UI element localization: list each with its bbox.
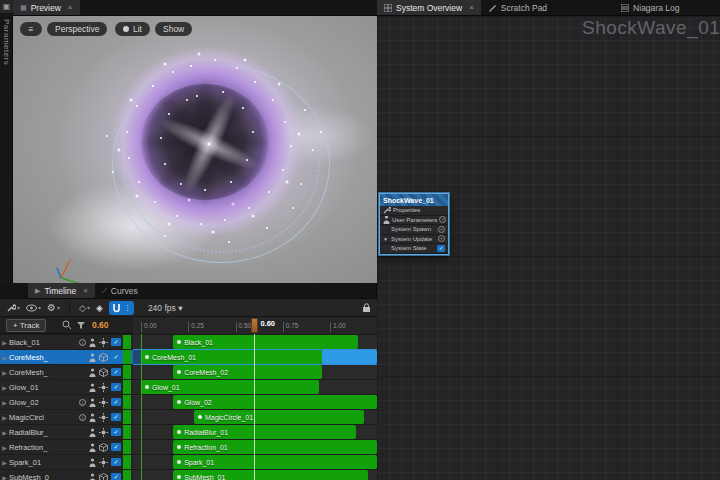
- track-enabled-checkbox[interactable]: ✓: [111, 353, 121, 361]
- search-icon[interactable]: [62, 320, 72, 330]
- timeline-bar-coremesh_01[interactable]: CoreMesh_01: [141, 350, 322, 364]
- add-track-button[interactable]: + Track: [6, 319, 46, 332]
- lit-button[interactable]: Lit: [115, 22, 150, 36]
- keyframe-options-button[interactable]: ◇▾: [79, 303, 90, 313]
- keyframe-dot-icon[interactable]: [177, 340, 181, 344]
- show-button[interactable]: Show: [155, 22, 192, 36]
- track-enabled-checkbox[interactable]: ✓: [111, 368, 121, 376]
- node-row-system-state[interactable]: System State✓: [380, 244, 448, 254]
- sun-icon[interactable]: [99, 413, 108, 422]
- info-icon[interactable]: i: [79, 399, 86, 406]
- track-enabled-checkbox[interactable]: ✓: [111, 413, 121, 421]
- timeline-bar-selected-extension[interactable]: [322, 350, 377, 364]
- node-row-system-update[interactable]: ▼System Update+: [380, 235, 448, 245]
- sun-icon[interactable]: [99, 428, 108, 437]
- expander-icon[interactable]: ▶: [0, 429, 9, 436]
- fps-dropdown[interactable]: 240 fps ▾: [148, 303, 183, 313]
- playhead-handle[interactable]: [251, 318, 258, 333]
- expander-icon[interactable]: ▶: [0, 354, 9, 361]
- auto-key-button[interactable]: ◈: [96, 303, 103, 313]
- node-row-properties[interactable]: Properties: [380, 206, 448, 216]
- keyframe-dot-icon[interactable]: [177, 475, 181, 479]
- track-enabled-checkbox[interactable]: ✓: [111, 458, 121, 466]
- track-row-glow_02[interactable]: ▶Glow_02i✓: [0, 395, 133, 409]
- view-options-button[interactable]: ▾: [26, 304, 41, 312]
- track-row-refraction_01[interactable]: ▶Refraction_✓: [0, 440, 133, 454]
- close-icon[interactable]: ×: [83, 286, 88, 295]
- close-icon[interactable]: ×: [68, 3, 73, 12]
- close-icon[interactable]: ×: [469, 3, 474, 12]
- graph-canvas[interactable]: ShockWave_01 ShockWave_01PropertiesUser …: [377, 16, 720, 480]
- expander-icon[interactable]: ▶: [0, 459, 9, 466]
- keyframe-dot-icon[interactable]: [177, 460, 181, 464]
- system-node-shockwave_01[interactable]: ShockWave_01PropertiesUser Parameters+Sy…: [379, 193, 449, 255]
- chevron-down-icon[interactable]: ▼: [383, 236, 389, 242]
- parameters-sidebar-tab[interactable]: ▣ Parameters: [0, 0, 13, 283]
- expander-icon[interactable]: ▶: [0, 474, 9, 480]
- sun-icon[interactable]: [99, 338, 108, 347]
- keyframe-dot-icon[interactable]: [145, 355, 149, 359]
- playhead-line[interactable]: [254, 334, 255, 480]
- timeline-bars-area[interactable]: Black_01CoreMesh_01CoreMesh_02Glow_01Glo…: [133, 334, 377, 480]
- timeline-bar-black_01[interactable]: Black_01: [173, 335, 358, 349]
- filter-icon[interactable]: [76, 320, 86, 330]
- plus-circle-icon[interactable]: +: [438, 235, 445, 242]
- timeline-options-button[interactable]: ▾: [6, 303, 20, 313]
- cube-icon[interactable]: [99, 353, 108, 362]
- timeline-bar-submesh_01[interactable]: SubMesh_01: [173, 470, 368, 480]
- preview-viewport[interactable]: ≡ Perspective Lit Show x y: [13, 16, 377, 283]
- tab-curves[interactable]: ⟋ Curves: [95, 283, 145, 298]
- playback-options-button[interactable]: ⚙▾: [47, 302, 60, 313]
- person-icon[interactable]: [89, 383, 96, 392]
- plus-circle-icon[interactable]: +: [438, 226, 445, 233]
- keyframe-dot-icon[interactable]: [177, 445, 181, 449]
- expander-icon[interactable]: ▶: [0, 399, 9, 406]
- current-time-field[interactable]: 0.60: [92, 320, 109, 330]
- person-icon[interactable]: [89, 398, 96, 407]
- tab-system-overview[interactable]: System Overview ×: [377, 0, 481, 15]
- timeline-bar-refraction_01[interactable]: Refraction_01: [173, 440, 377, 454]
- timeline-bar-magiccircle_01[interactable]: MagicCircle_01: [194, 410, 364, 424]
- person-icon[interactable]: [89, 443, 96, 452]
- sun-icon[interactable]: [99, 398, 108, 407]
- lock-button[interactable]: [362, 303, 371, 313]
- track-row-spark_01[interactable]: ▶Spark_01✓: [0, 455, 133, 469]
- track-enabled-checkbox[interactable]: ✓: [111, 383, 121, 391]
- tab-scratch-pad[interactable]: Scratch Pad: [481, 0, 554, 15]
- perspective-button[interactable]: Perspective: [47, 22, 107, 36]
- cube-icon[interactable]: [99, 368, 108, 377]
- track-enabled-checkbox[interactable]: ✓: [111, 428, 121, 436]
- snap-toggle-button[interactable]: ⋮: [109, 301, 134, 315]
- track-row-black_01[interactable]: ▶Black_01i✓: [0, 335, 133, 349]
- timeline-bar-spark_01[interactable]: Spark_01: [173, 455, 377, 469]
- track-row-coremesh_01[interactable]: ▶CoreMesh_✓: [0, 350, 133, 364]
- person-icon[interactable]: [89, 353, 96, 362]
- keyframe-dot-icon[interactable]: [177, 370, 181, 374]
- keyframe-dot-icon[interactable]: [145, 385, 149, 389]
- expander-icon[interactable]: ▶: [0, 369, 9, 376]
- plus-circle-icon[interactable]: +: [439, 216, 446, 223]
- node-row-user-parameters[interactable]: User Parameters+: [380, 216, 448, 226]
- person-icon[interactable]: [89, 473, 96, 480]
- track-enabled-checkbox[interactable]: ✓: [111, 338, 121, 346]
- keyframe-dot-icon[interactable]: [177, 430, 181, 434]
- person-icon[interactable]: [89, 413, 96, 422]
- expander-icon[interactable]: ▶: [0, 384, 9, 391]
- track-row-magiccircle_01[interactable]: ▶MagicCircli✓: [0, 410, 133, 424]
- tab-timeline[interactable]: ▶ Timeline ×: [28, 283, 95, 298]
- expander-icon[interactable]: ▶: [0, 414, 9, 421]
- system-node-header[interactable]: ShockWave_01: [380, 194, 448, 206]
- node-row-system-spawn[interactable]: System Spawn+: [380, 225, 448, 235]
- track-row-coremesh_02[interactable]: ▶CoreMesh_✓: [0, 365, 133, 379]
- cube-icon[interactable]: [99, 473, 108, 480]
- sun-icon[interactable]: [99, 458, 108, 467]
- track-row-radialblur_01[interactable]: ▶RadialBlur_✓: [0, 425, 133, 439]
- timeline-bar-radialblur_01[interactable]: RadialBlur_01: [173, 425, 356, 439]
- viewport-menu-button[interactable]: ≡: [20, 22, 42, 36]
- timeline-bar-coremesh_02[interactable]: CoreMesh_02: [173, 365, 322, 379]
- person-icon[interactable]: [89, 458, 96, 467]
- track-enabled-checkbox[interactable]: ✓: [111, 398, 121, 406]
- track-enabled-checkbox[interactable]: ✓: [111, 443, 121, 451]
- person-icon[interactable]: [89, 428, 96, 437]
- person-icon[interactable]: [89, 368, 96, 377]
